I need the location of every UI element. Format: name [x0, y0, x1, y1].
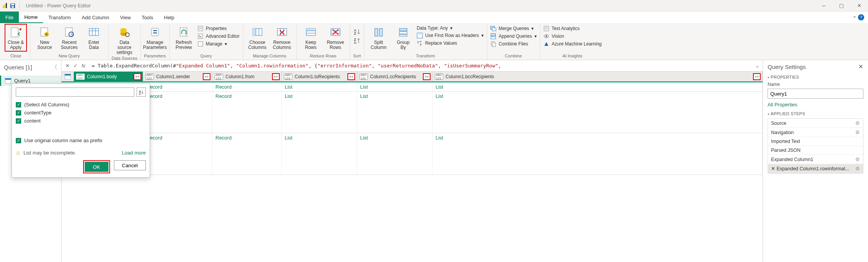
svg-rect-25: [152, 28, 159, 36]
manage-button[interactable]: Manage ▾: [197, 41, 240, 47]
enter-data-button[interactable]: Enter Data: [83, 24, 105, 50]
group-close-label: Close: [10, 53, 21, 60]
first-row-headers-button[interactable]: Use First Row as Headers ▾: [417, 32, 484, 39]
svg-rect-58: [379, 29, 382, 36]
svg-text:Z: Z: [354, 32, 356, 35]
svg-rect-26: [153, 30, 157, 31]
remove-rows-button[interactable]: Remove Rows: [324, 24, 347, 50]
svg-rect-0: [3, 5, 4, 8]
svg-rect-57: [375, 29, 378, 36]
save-icon[interactable]: [10, 3, 15, 8]
svg-rect-71: [492, 43, 496, 47]
tab-help[interactable]: Help: [159, 12, 180, 23]
svg-rect-2: [6, 3, 7, 8]
group-by-button[interactable]: Group By: [392, 24, 414, 50]
svg-text:2: 2: [420, 43, 422, 46]
append-queries-button[interactable]: Append Queries ▾: [490, 33, 537, 39]
svg-point-76: [546, 35, 547, 37]
svg-rect-5: [12, 6, 14, 8]
combine-files-button[interactable]: Combine Files: [490, 41, 537, 47]
keep-rows-button[interactable]: Keep Rows: [300, 24, 322, 50]
help-icon[interactable]: ?: [858, 14, 864, 20]
svg-rect-1: [4, 4, 5, 8]
ribbon: Close & Apply Close New Source Recent So…: [0, 23, 868, 60]
tab-view[interactable]: View: [115, 12, 136, 23]
tab-file[interactable]: File: [0, 12, 19, 23]
recent-sources-button[interactable]: Recent Sources: [58, 24, 80, 50]
manage-parameters-button[interactable]: Manage Parameters: [144, 24, 166, 50]
group-combine-label: Combine: [505, 53, 522, 60]
group-parameters-label: Parameters: [144, 53, 166, 60]
svg-rect-6: [11, 28, 18, 37]
group-query-label: Query: [200, 53, 212, 60]
svg-rect-69: [491, 37, 496, 39]
close-apply-button[interactable]: Close & Apply: [5, 24, 27, 52]
group-datasources-label: Data Sources: [112, 55, 137, 60]
azure-ml-button[interactable]: Azure Machine Learning: [543, 41, 602, 47]
advanced-editor-button[interactable]: fxAdvanced Editor: [197, 33, 240, 39]
group-transform-label: Transform: [416, 53, 435, 60]
svg-rect-60: [399, 32, 407, 34]
svg-rect-17: [89, 29, 98, 35]
data-type-button[interactable]: Data Type: Any ▾: [417, 25, 484, 31]
text-analytics-button[interactable]: Text Analytics: [543, 25, 602, 32]
window-title: Untitled - Power Query Editor: [26, 3, 91, 8]
svg-rect-63: [417, 33, 422, 35]
group-newquery-label: New Query: [58, 53, 80, 60]
replace-values-button[interactable]: 12Replace Values: [417, 40, 484, 46]
svg-rect-4: [11, 4, 14, 5]
svg-rect-68: [491, 34, 496, 36]
svg-rect-27: [153, 32, 157, 34]
svg-rect-45: [306, 29, 315, 31]
ribbon-tabs: File Home Transform Add Column View Tool…: [0, 12, 868, 23]
vision-button[interactable]: Vision: [543, 33, 602, 39]
sort-desc-button[interactable]: ZA: [353, 37, 361, 45]
split-column-button[interactable]: Split Column: [367, 24, 390, 50]
svg-rect-29: [198, 26, 203, 31]
svg-rect-36: [253, 29, 256, 35]
group-managecols-label: Manage Columns: [253, 53, 286, 60]
new-source-button[interactable]: New Source: [33, 24, 56, 50]
svg-rect-61: [399, 35, 407, 36]
svg-text:fx: fx: [199, 35, 202, 39]
group-ai-label: AI Insights: [563, 53, 582, 60]
svg-rect-67: [492, 28, 496, 31]
choose-columns-button[interactable]: Choose Columns: [246, 24, 269, 50]
tab-transform[interactable]: Transform: [43, 12, 77, 23]
maximize-button[interactable]: ▢: [833, 0, 850, 12]
close-window-button[interactable]: ✕: [850, 0, 868, 12]
minimize-button[interactable]: ─: [815, 0, 833, 12]
group-sort-label: Sort: [353, 53, 361, 60]
svg-text:1: 1: [417, 40, 419, 44]
tab-tools[interactable]: Tools: [136, 12, 159, 23]
sort-asc-button[interactable]: AZ: [353, 28, 361, 35]
svg-rect-72: [544, 26, 549, 31]
ribbon-collapse-icon[interactable]: ^: [853, 15, 856, 20]
data-source-settings-button[interactable]: Data source settings: [113, 24, 135, 55]
properties-button[interactable]: Properties: [197, 25, 240, 32]
svg-rect-34: [198, 42, 203, 46]
merge-queries-button[interactable]: Merge Queries ▾: [490, 25, 537, 32]
svg-rect-59: [399, 29, 407, 31]
app-icon: [2, 3, 8, 8]
tab-add-column[interactable]: Add Column: [76, 12, 115, 23]
remove-columns-button[interactable]: Remove Columns: [271, 24, 293, 50]
svg-text:A: A: [354, 41, 356, 45]
tab-home[interactable]: Home: [19, 12, 43, 23]
refresh-preview-button[interactable]: Refresh Preview: [173, 24, 195, 50]
group-reducerows-label: Reduce Rows: [310, 53, 336, 60]
titlebar: Untitled - Power Query Editor ─ ▢ ✕: [0, 0, 868, 12]
